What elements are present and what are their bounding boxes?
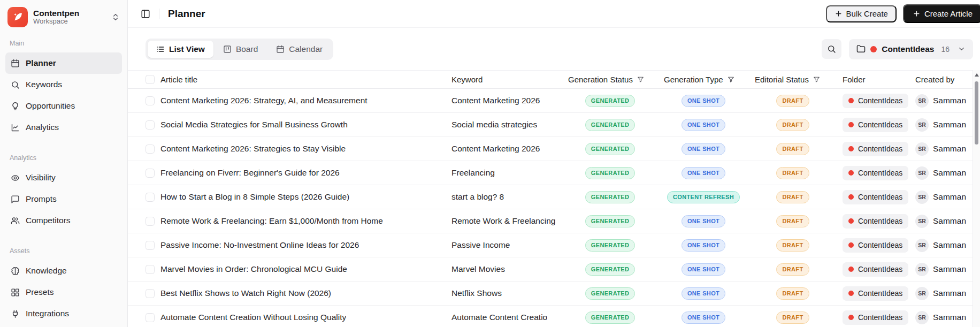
folder-item-count: 16 [941, 45, 950, 54]
sidebar-item-prompts[interactable]: Prompts [5, 188, 122, 210]
sidebar-item-presets[interactable]: Presets [5, 282, 122, 303]
folder-color-dot [848, 218, 854, 224]
row-checkbox[interactable] [146, 169, 155, 178]
avatar: SR [915, 239, 929, 252]
filter-icon[interactable] [637, 76, 644, 83]
workspace-switcher[interactable]: Contentpen Workspace [5, 5, 122, 29]
generation-type-badge: ONE SHOT [682, 143, 725, 155]
filter-icon[interactable] [728, 76, 734, 83]
generation-type-badge: ONE SHOT [682, 263, 725, 276]
column-header-editorial-status: Editorial Status [755, 75, 843, 84]
table-row[interactable]: Automate Content Creation Without Losing… [128, 306, 980, 327]
create-article-button[interactable]: Create Article [903, 4, 980, 23]
header-divider [159, 9, 159, 19]
sidebar-item-competitors[interactable]: Competitors [5, 210, 122, 231]
column-header-created-by: Created by [915, 75, 973, 84]
plug-icon [11, 309, 20, 318]
scrollbar-thumb[interactable] [975, 81, 978, 145]
tab-calendar[interactable]: Calendar [267, 41, 331, 58]
sidebar-section: Analytics Visibility Prompts Competitors [5, 154, 122, 231]
column-header-folder: Folder [843, 75, 915, 84]
calendar-icon [11, 59, 20, 68]
folder-chip: ContentIdeas [843, 190, 908, 204]
folder-chip: ContentIdeas [843, 262, 908, 277]
folder-chip: ContentIdeas [843, 310, 908, 325]
bulk-create-button[interactable]: Bulk Create [826, 5, 897, 22]
editorial-status-badge: DRAFT [776, 95, 809, 107]
sidebar-toggle-icon[interactable] [141, 9, 150, 19]
workspace-logo-icon [7, 7, 28, 27]
row-checkbox[interactable] [146, 265, 155, 274]
sidebar-item-analytics[interactable]: Analytics [5, 117, 122, 138]
folder-chip: ContentIdeas [843, 286, 908, 301]
search-icon [11, 80, 20, 89]
folder-chip: ContentIdeas [843, 214, 908, 229]
folder-color-dot [848, 242, 854, 248]
generation-type-badge: ONE SHOT [682, 287, 725, 300]
generation-type-badge: CONTENT REFRESH [667, 191, 740, 203]
row-checkbox[interactable] [146, 289, 155, 298]
row-checkbox[interactable] [146, 96, 155, 105]
sidebar-item-planner[interactable]: Planner [5, 52, 122, 74]
article-title: Marvel Movies in Order: Chronological MC… [160, 264, 347, 274]
row-checkbox[interactable] [146, 193, 155, 202]
avatar: SR [915, 287, 929, 300]
table-row[interactable]: Content Marketing 2026: Strategy, AI, an… [128, 89, 980, 113]
table-row[interactable]: Best Netflix Shows to Watch Right Now (2… [128, 282, 980, 306]
sidebar-item-integrations[interactable]: Integrations [5, 303, 122, 324]
table-row[interactable]: Content Marketing 2026: Strategies to St… [128, 137, 980, 161]
sidebar-item-keywords[interactable]: Keywords [5, 74, 122, 95]
folder-color-dot [848, 98, 854, 103]
avatar: SR [915, 142, 929, 156]
column-header-article-title: Article title [160, 75, 451, 84]
brain-icon [11, 267, 20, 276]
search-icon [827, 44, 836, 54]
folder-selector[interactable]: ContentIdeas 16 [849, 39, 973, 59]
generation-status-badge: GENERATED [585, 95, 635, 107]
table-row[interactable]: Freelancing on Fiverr: Beginner's Guide … [128, 161, 980, 185]
toolbar: List View Board Calendar [128, 28, 980, 70]
sidebar-item-knowledge[interactable]: Knowledge [5, 260, 122, 282]
tab-board[interactable]: Board [215, 41, 266, 58]
column-header-generation-type: Generation Type [664, 75, 755, 84]
table-row[interactable]: Remote Work & Freelancing: Earn $1,000/M… [128, 209, 980, 233]
row-checkbox[interactable] [146, 217, 155, 226]
table-row[interactable]: Passive Income: No-Investment Online Ide… [128, 233, 980, 257]
chevron-down-icon [958, 45, 966, 53]
creator-name: Samman [933, 144, 966, 154]
plus-icon [834, 10, 843, 18]
folder-icon [856, 44, 866, 54]
row-checkbox[interactable] [146, 313, 155, 322]
grid-icon [11, 288, 20, 297]
article-title: Passive Income: No-Investment Online Ide… [160, 240, 359, 250]
table-row[interactable]: Marvel Movies in Order: Chronological MC… [128, 257, 980, 282]
row-checkbox[interactable] [146, 120, 155, 130]
chevrons-up-down-icon[interactable] [111, 13, 120, 21]
sidebar-item-visibility[interactable]: Visibility [5, 167, 122, 188]
table-scrollbar[interactable] [973, 70, 980, 327]
row-checkbox[interactable] [146, 241, 155, 250]
folder-chip: ContentIdeas [843, 238, 908, 253]
filter-icon[interactable] [813, 76, 820, 83]
generation-type-badge: ONE SHOT [682, 167, 725, 179]
row-checkbox[interactable] [146, 145, 155, 154]
editorial-status-badge: DRAFT [776, 311, 809, 324]
search-button[interactable] [822, 39, 841, 59]
table-row[interactable]: How to Start a Blog in 8 Simple Steps (2… [128, 185, 980, 209]
folder-color-dot [848, 315, 854, 320]
keyword: Remote Work & Freelancing [451, 216, 555, 226]
sidebar-item-opportunities[interactable]: Opportunities [5, 95, 122, 117]
sidebar: Contentpen Workspace Main Planner Keywor… [0, 0, 128, 327]
top-header: Planner Bulk Create Create Article [128, 0, 980, 28]
table-body: Content Marketing 2026: Strategy, AI, an… [128, 89, 980, 327]
generation-type-badge: ONE SHOT [682, 215, 725, 227]
scroll-up-arrow[interactable] [975, 73, 979, 77]
tab-list-view[interactable]: List View [148, 41, 213, 58]
sidebar-section-label: Assets [5, 247, 122, 256]
select-all-checkbox[interactable] [146, 75, 155, 84]
avatar: SR [915, 215, 929, 228]
generation-status-badge: GENERATED [585, 215, 635, 227]
generation-status-badge: GENERATED [585, 239, 635, 252]
table-row[interactable]: Social Media Strategies for Small Busine… [128, 113, 980, 137]
keyword: Freelancing [451, 168, 495, 178]
